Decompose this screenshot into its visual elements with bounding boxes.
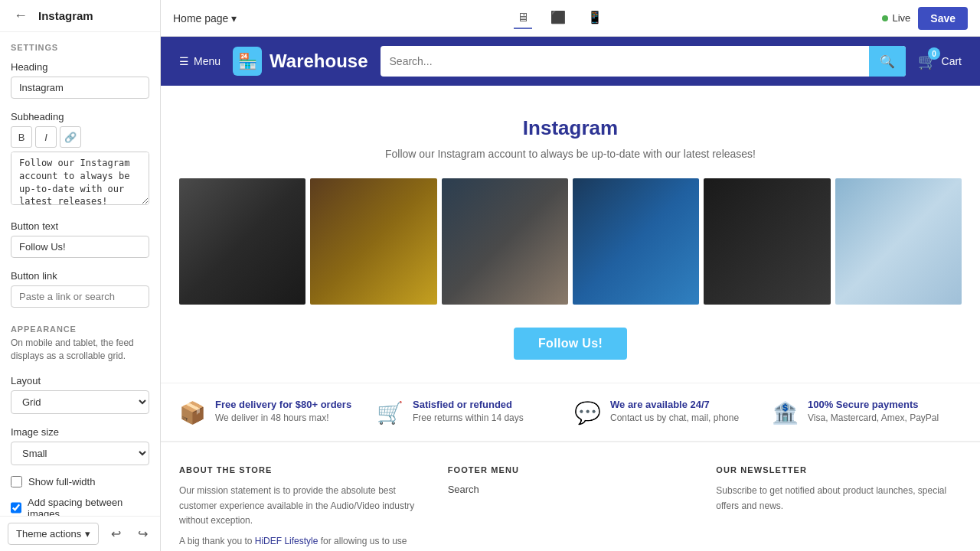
footer-menu-title: FOOTER MENU bbox=[448, 465, 694, 474]
store-menu-button[interactable]: ☰ Menu bbox=[179, 55, 220, 67]
live-indicator: Live bbox=[882, 12, 910, 24]
rich-text-toolbar: B I 🔗 bbox=[11, 126, 149, 148]
feature-support-text: We are available 24/7 Contact us by chat… bbox=[610, 399, 739, 423]
chevron-down-icon: ▾ bbox=[85, 528, 90, 540]
live-label: Live bbox=[892, 12, 910, 24]
footer-search-link[interactable]: Search bbox=[448, 484, 694, 495]
page-selector[interactable]: Home page ▾ bbox=[173, 12, 237, 24]
mobile-device-button[interactable]: 📱 bbox=[584, 7, 606, 29]
desktop-device-button[interactable]: 🖥 bbox=[514, 8, 532, 29]
footer-newsletter: OUR NEWSLETTER Subscribe to get notified… bbox=[716, 465, 962, 551]
live-dot bbox=[882, 15, 888, 21]
settings-section-label: SETTINGS bbox=[0, 32, 160, 55]
instagram-image-5[interactable] bbox=[704, 178, 830, 305]
heading-label: Heading bbox=[11, 61, 149, 73]
button-text-label: Button text bbox=[11, 220, 149, 232]
footer-menu: FOOTER MENU Search bbox=[448, 465, 694, 551]
search-input[interactable] bbox=[381, 55, 869, 67]
image-size-select[interactable]: Small Medium Large bbox=[11, 442, 149, 465]
button-link-input[interactable] bbox=[11, 285, 149, 308]
instagram-subheading: Follow our Instagram account to always b… bbox=[179, 148, 962, 160]
refund-icon: 🛒 bbox=[377, 400, 403, 425]
delivery-icon: 📦 bbox=[179, 400, 206, 425]
image-size-label: Image size bbox=[11, 426, 149, 438]
store-logo: 🏪 Warehouse bbox=[233, 47, 368, 76]
hamburger-icon: ☰ bbox=[179, 55, 189, 67]
feature-refund-text: Satisfied or refunded Free returns withi… bbox=[413, 399, 524, 423]
instagram-image-4[interactable] bbox=[573, 178, 699, 305]
hidef-link[interactable]: HiDEF Lifestyle bbox=[255, 536, 318, 546]
layout-label: Layout bbox=[11, 375, 149, 386]
subheading-label: Subheading bbox=[11, 111, 149, 122]
sidebar-header: ← Instagram bbox=[0, 0, 160, 32]
heading-field-group: Heading bbox=[0, 55, 160, 105]
follow-us-button[interactable]: Follow Us! bbox=[514, 328, 627, 360]
italic-button[interactable]: I bbox=[35, 126, 57, 148]
footer-about-title: ABOUT THE STORE bbox=[179, 465, 425, 474]
store-header: ☰ Menu 🏪 Warehouse 🔍 0 🛒 Cart bbox=[161, 37, 980, 86]
tablet-device-button[interactable]: ⬛ bbox=[547, 7, 569, 29]
page-label: Home page bbox=[173, 12, 228, 24]
feature-delivery-text: Free delivery for $80+ orders We deliver… bbox=[215, 399, 351, 423]
spacing-checkbox[interactable] bbox=[11, 502, 21, 514]
payments-icon: 🏦 bbox=[772, 400, 799, 425]
header-search: 🔍 bbox=[381, 46, 906, 77]
appearance-description: On mobile and tablet, the feed displays … bbox=[0, 337, 160, 369]
top-bar-actions: Live Save bbox=[882, 7, 968, 30]
menu-label: Menu bbox=[194, 55, 220, 67]
logo-text: Warehouse bbox=[270, 51, 368, 72]
cart-label: Cart bbox=[942, 55, 962, 67]
preview-area: ☰ Menu 🏪 Warehouse 🔍 0 🛒 Cart bbox=[161, 37, 980, 551]
back-button[interactable]: ← bbox=[9, 6, 32, 25]
show-full-width-checkbox[interactable] bbox=[11, 476, 22, 487]
button-text-input[interactable] bbox=[11, 236, 149, 258]
button-link-field-group: Button link bbox=[0, 264, 160, 314]
payments-desc: Visa, Mastercard, Amex, PayPal bbox=[808, 412, 939, 423]
subheading-textarea[interactable]: Follow our Instagram account to always b… bbox=[11, 152, 149, 205]
refund-desc: Free returns within 14 days bbox=[413, 412, 524, 423]
top-bar: Home page ▾ 🖥 ⬛ 📱 Live Save bbox=[161, 0, 980, 37]
main-preview-area: Home page ▾ 🖥 ⬛ 📱 Live Save ☰ Menu bbox=[161, 0, 980, 551]
button-link-label: Button link bbox=[11, 270, 149, 282]
support-desc: Contact us by chat, mail, phone bbox=[610, 412, 739, 423]
undo-button[interactable]: ↩ bbox=[106, 523, 126, 544]
image-size-field-group: Image size Small Medium Large bbox=[0, 420, 160, 471]
feature-payments-text: 100% Secure payments Visa, Mastercard, A… bbox=[808, 399, 939, 423]
footer-about-text2: A big thank you to HiDEF Lifestyle for a… bbox=[179, 534, 425, 551]
feature-support: 💬 We are available 24/7 Contact us by ch… bbox=[574, 399, 764, 425]
heading-input[interactable] bbox=[11, 77, 149, 99]
footer-newsletter-title: OUR NEWSLETTER bbox=[716, 465, 962, 474]
instagram-image-2[interactable] bbox=[310, 178, 436, 305]
save-button[interactable]: Save bbox=[918, 7, 968, 30]
theme-actions-label: Theme actions bbox=[16, 528, 81, 540]
subheading-field-group: Subheading B I 🔗 Follow our Instagram ac… bbox=[0, 105, 160, 214]
settings-sidebar: ← Instagram SETTINGS Heading Subheading … bbox=[0, 0, 161, 551]
delivery-desc: We deliver in 48 hours max! bbox=[215, 412, 351, 423]
theme-actions-button[interactable]: Theme actions ▾ bbox=[8, 523, 99, 545]
layout-field-group: Layout Grid Masonry bbox=[0, 369, 160, 420]
appearance-section-label: APPEARANCE bbox=[0, 314, 160, 337]
instagram-section: Instagram Follow our Instagram account t… bbox=[161, 86, 980, 383]
feature-refund: 🛒 Satisfied or refunded Free returns wit… bbox=[377, 399, 567, 425]
cart-badge: 0 bbox=[928, 47, 940, 60]
device-switcher: 🖥 ⬛ 📱 bbox=[246, 7, 873, 29]
show-full-width-row: Show full-width bbox=[0, 471, 160, 492]
search-button[interactable]: 🔍 bbox=[869, 46, 906, 77]
sidebar-footer: Theme actions ▾ ↩ ↪ bbox=[0, 516, 160, 551]
store-wrapper: ☰ Menu 🏪 Warehouse 🔍 0 🛒 Cart bbox=[161, 37, 980, 551]
instagram-image-3[interactable] bbox=[442, 178, 568, 305]
footer-about-text: Our mission statement is to provide the … bbox=[179, 484, 425, 528]
payments-title: 100% Secure payments bbox=[808, 399, 939, 410]
layout-select[interactable]: Grid Masonry bbox=[11, 390, 149, 414]
feature-delivery: 📦 Free delivery for $80+ orders We deliv… bbox=[179, 399, 369, 425]
instagram-image-1[interactable] bbox=[179, 178, 305, 305]
redo-button[interactable]: ↪ bbox=[133, 523, 152, 544]
sidebar-title: Instagram bbox=[38, 9, 93, 22]
link-button[interactable]: 🔗 bbox=[60, 126, 81, 148]
page-chevron-icon: ▾ bbox=[231, 12, 237, 24]
bold-button[interactable]: B bbox=[11, 126, 32, 148]
cart-area[interactable]: 0 🛒 Cart bbox=[918, 52, 962, 70]
features-bar: 📦 Free delivery for $80+ orders We deliv… bbox=[161, 383, 980, 442]
logo-icon: 🏪 bbox=[233, 47, 262, 76]
instagram-image-6[interactable] bbox=[835, 178, 962, 305]
